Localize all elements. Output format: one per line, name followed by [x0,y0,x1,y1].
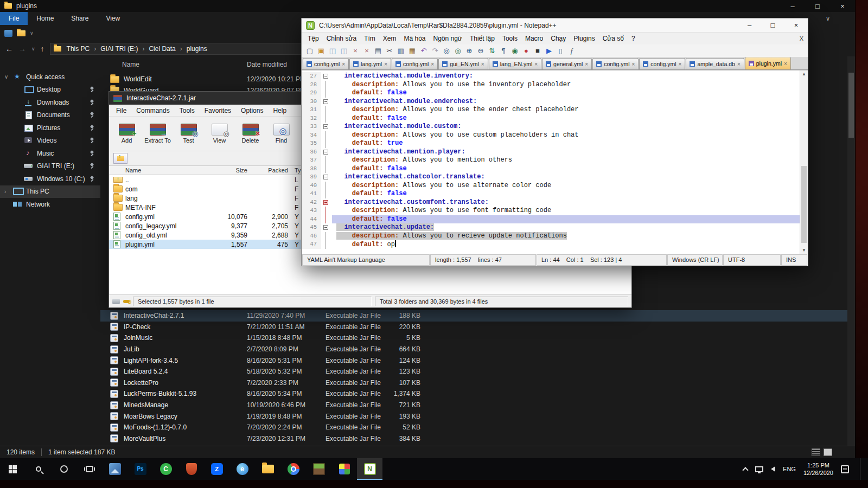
back-button[interactable]: ← [5,44,13,53]
fold-margin[interactable] [321,223,332,232]
open-icon[interactable]: ▣ [316,46,326,56]
editor-tab[interactable]: config.yml × [639,58,685,69]
taskbar-brave[interactable] [178,458,204,480]
editor-tab[interactable]: ample_data.db × [686,58,744,69]
tab-close-icon[interactable]: × [585,61,588,67]
fold-margin[interactable] [321,173,332,182]
editor-line[interactable]: 32 default: false [302,114,808,123]
scroll-down-icon[interactable]: ▼ [800,248,808,253]
file-row[interactable]: IP-Check 7/21/2020 11:51 AM Executable J… [100,322,855,333]
breadcrumb-item[interactable]: plugins [178,45,209,53]
fold-margin[interactable] [321,215,332,224]
menu-item[interactable]: Xem [379,35,400,42]
toolbar-button[interactable]: Extract To [142,118,173,150]
minimize-button[interactable]: – [780,0,805,12]
details-view-icon[interactable] [812,448,820,456]
forward-button[interactable]: → [18,44,26,53]
sidebar-item[interactable]: GIAI TRI (E:) [0,160,100,173]
editor-tab[interactable]: plugin.yml × [745,57,791,69]
tab-close-icon[interactable]: × [384,61,387,67]
new-file-icon[interactable]: ▢ [305,46,315,56]
editor-line[interactable]: 28 description: Allows you to use the in… [302,81,808,89]
fold-margin[interactable] [321,139,332,148]
menu-item[interactable]: Chỉnh sửa [323,35,360,42]
notification-center-icon[interactable] [841,465,849,473]
editor-line[interactable]: 29 default: false [302,89,808,98]
editor-line[interactable]: 30 interactivechat.module.enderchest: [302,98,808,106]
editor-line[interactable]: 43 description: Allows you to use font f… [302,207,808,215]
fold-margin[interactable] [321,114,332,123]
ribbon-tab[interactable]: File [0,12,28,25]
fold-margin[interactable] [321,156,332,165]
qat-chevron-icon[interactable]: ∨ [30,30,34,36]
fold-margin[interactable] [321,207,332,215]
close-icon[interactable]: × [350,46,360,56]
fold-margin[interactable] [321,182,332,190]
fold-margin[interactable] [321,106,332,114]
network-icon[interactable] [755,466,763,472]
sidebar-item[interactable]: Music [0,147,100,160]
ribbon-expand-chevron-icon[interactable]: ∨ [826,15,830,22]
editor-pane[interactable]: 27 interactivechat.module.inventory:28 d… [302,70,808,254]
editor-tab[interactable]: lang_EN.yml × [489,58,541,69]
menu-item[interactable]: Tìm [360,35,379,42]
menu-item[interactable]: ? [628,35,639,42]
menu-item[interactable]: Thiết lập [466,35,499,42]
file-row[interactable]: LuckPerms-Bukkit-5.1.93 8/16/2020 5:34 P… [100,388,855,400]
sync-scroll-v-icon[interactable]: ⇅ [487,46,497,56]
ribbon-tab[interactable]: Share [62,12,97,25]
find-icon[interactable]: ◎ [442,46,451,56]
taskbar-chrome[interactable] [280,458,306,480]
volume-icon[interactable] [771,466,775,472]
ribbon-tab[interactable]: Home [28,12,62,25]
editor-tab[interactable]: gui_EN.yml × [438,58,488,69]
editor-line[interactable]: 36 interactivechat.mention.player: [302,148,808,157]
toolbar-button[interactable]: View [204,118,235,150]
editor-tab[interactable]: config.yml × [592,58,639,69]
cut-icon[interactable]: ✂ [385,46,394,56]
fold-margin[interactable] [321,89,332,98]
explorer-titlebar[interactable]: plugins – □ × [0,0,855,12]
file-row[interactable]: JoinMusic 1/15/2018 8:48 PM Executable J… [100,332,855,344]
insert-mode-status[interactable]: INS [781,254,807,266]
tab-close-icon[interactable]: × [784,61,787,67]
sidebar-item[interactable]: Downloads [0,96,100,109]
sidebar-item[interactable]: Network [0,198,100,211]
tray-expand-chevron-icon[interactable] [742,467,748,473]
editor-scrollbar[interactable]: ▲ ▼ [800,70,808,254]
close-all-icon[interactable]: × [362,46,372,56]
file-row[interactable]: LockettePro 7/2/2020 2:33 PM Executable … [100,377,855,389]
sidebar-item[interactable]: Pictures [0,121,100,134]
zoom-in-icon[interactable]: ⊕ [464,46,474,56]
encoding-status[interactable]: UTF-8 [723,254,781,266]
taskbar-photoshop[interactable] [127,458,153,480]
new-folder-icon[interactable] [17,30,25,36]
scrollbar-thumb[interactable] [848,73,854,138]
menu-item[interactable]: Plugins [570,35,598,42]
menu-item[interactable]: Mã hóa [400,35,429,42]
tab-close-icon[interactable]: × [342,61,345,67]
file-row[interactable]: LiteBoard 5.2.4 5/18/2020 5:32 PM Execut… [100,366,855,377]
menu-item[interactable]: Favorites [200,107,236,114]
file-row[interactable]: MoreVaultPlus 7/23/2020 12:31 PM Executa… [100,433,855,445]
editor-line[interactable]: 38 default: false [302,165,808,174]
up-directory-button[interactable] [113,153,127,164]
history-chevron-icon[interactable]: ∨ [31,46,35,52]
editor-line[interactable]: 44 default: false [302,215,808,224]
tab-close-icon[interactable]: × [737,61,741,67]
close-button[interactable]: × [784,18,808,32]
paste-icon[interactable]: ▦ [407,46,417,56]
file-row[interactable]: MoarBows Legacy 1/19/2019 8:48 PM Execut… [100,410,855,422]
play-macro-icon[interactable]: ▶ [544,46,554,56]
file-row[interactable]: InteractiveChat-2.7.1 11/29/2020 7:40 PM… [100,310,855,322]
close-button[interactable]: × [830,0,855,12]
taskbar-coccoc[interactable] [153,458,178,480]
copy-icon[interactable]: ▥ [396,46,406,56]
clock[interactable]: 1:25 PM 12/26/2020 [803,461,833,477]
menu-item[interactable]: Tệp [304,35,323,42]
column-header-size[interactable]: Size [209,167,247,174]
undo-icon[interactable]: ↶ [419,46,429,56]
fold-margin[interactable] [321,190,332,198]
editor-line[interactable]: 33 interactivechat.module.custom: [302,123,808,131]
fold-margin[interactable] [321,81,332,89]
